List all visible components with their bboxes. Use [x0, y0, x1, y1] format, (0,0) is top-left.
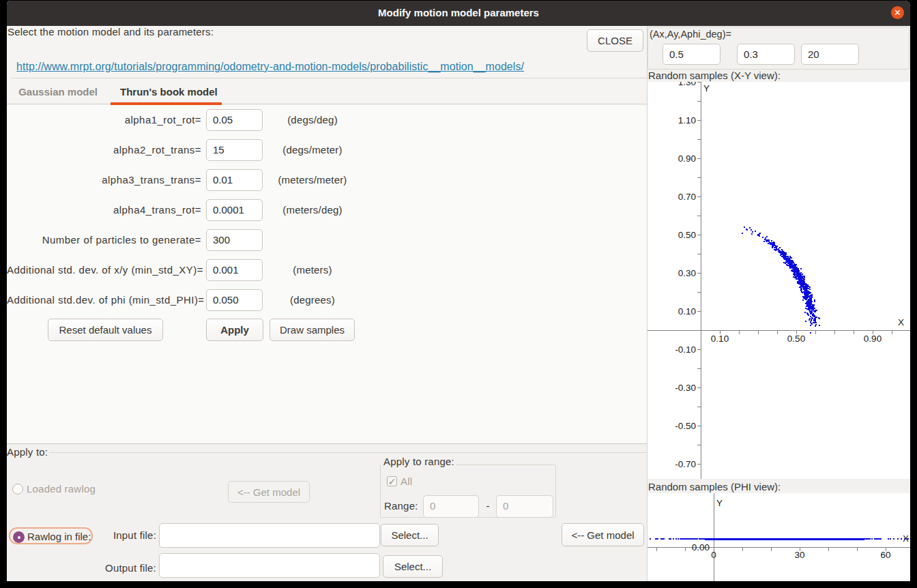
- svg-text:0.10: 0.10: [678, 306, 696, 317]
- svg-text:0.00: 0.00: [692, 542, 710, 553]
- svg-text:-0.70: -0.70: [675, 459, 696, 469]
- svg-text:-0.30: -0.30: [675, 383, 696, 393]
- svg-text:0.30: 0.30: [678, 268, 696, 278]
- svg-text:30: 30: [794, 550, 804, 560]
- svg-text:0.70: 0.70: [678, 192, 696, 202]
- svg-text:0: 0: [711, 550, 716, 560]
- svg-text:0.50: 0.50: [787, 334, 805, 344]
- svg-text:Y: Y: [716, 498, 723, 508]
- svg-text:-0.50: -0.50: [675, 421, 696, 431]
- svg-text:0.90: 0.90: [678, 153, 696, 164]
- svg-text:60: 60: [880, 550, 890, 560]
- svg-text:1.10: 1.10: [678, 115, 696, 126]
- svg-text:0.50: 0.50: [678, 230, 696, 240]
- svg-text:X: X: [898, 317, 904, 327]
- svg-text:Y: Y: [703, 83, 710, 93]
- svg-text:-0.10: -0.10: [675, 344, 696, 355]
- svg-text:0.10: 0.10: [711, 334, 729, 344]
- svg-text:0.90: 0.90: [864, 334, 882, 344]
- svg-text:1.30: 1.30: [678, 82, 696, 87]
